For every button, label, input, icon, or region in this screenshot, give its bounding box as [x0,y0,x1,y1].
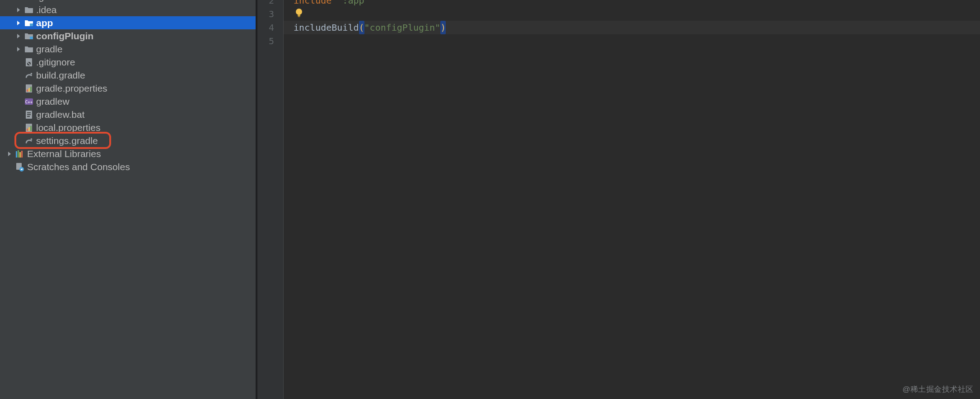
chevron-right-icon [15,125,22,131]
tree-item-label: .idea [36,5,57,14]
tree-item-label: configPlugin [36,31,93,41]
file-text-icon [24,110,33,119]
svg-rect-23 [19,152,21,158]
line-number: 4 [257,21,283,34]
tree-item-label: gradlew [36,97,70,106]
tree-item-label: .gradle [36,0,65,1]
code-token: includeBuild [294,22,359,33]
svg-rect-9 [30,87,32,92]
svg-rect-22 [18,150,19,158]
tree-item-configplugin[interactable]: configPlugin [0,29,256,42]
code-token: ':app' [337,0,369,6]
svg-rect-19 [30,126,32,131]
svg-rect-0 [30,23,33,26]
svg-text:C++: C++ [25,100,33,104]
svg-rect-15 [27,116,30,117]
tree-item-gradlew[interactable]: C++gradlew [0,95,256,108]
libs-icon [15,149,24,158]
svg-rect-24 [21,151,23,158]
tree-item-settings-gradle[interactable]: settings.gradle [0,134,256,147]
tree-item-label: .gitignore [36,57,75,67]
tree-item-gradle-properties[interactable]: gradle.properties [0,82,256,95]
tree-item-label: gradlew.bat [36,110,84,119]
chevron-right-icon [15,98,22,105]
tree-item-gradle[interactable]: gradle [0,42,256,56]
file-gradle-icon [24,136,33,145]
folder-module-icon [24,32,33,41]
svg-rect-18 [28,127,30,131]
chevron-right-icon[interactable] [6,151,13,157]
tree-item-label: Scratches and Consoles [27,162,130,172]
tree-item-external-libraries[interactable]: External Libraries [0,147,256,160]
tree-item-label: settings.gradle [36,136,98,145]
tree-item-label: build.gradle [36,70,85,80]
file-props-icon [24,84,33,93]
svg-point-20 [31,138,33,140]
line-number: 5 [257,34,283,48]
chevron-right-icon[interactable] [15,33,22,39]
code-area[interactable]: include ':app'includeBuild("configPlugin… [284,0,980,399]
chevron-right-icon [15,138,22,144]
tree-item-label: External Libraries [27,149,101,158]
svg-point-5 [31,73,33,74]
chevron-right-icon [15,85,22,92]
svg-rect-13 [27,112,31,113]
tree-item-gradlew-bat[interactable]: gradlew.bat [0,108,256,121]
code-token: include [294,0,337,6]
svg-rect-30 [298,15,300,16]
file-props-icon [24,123,33,132]
tree-item-label: app [36,18,53,28]
folder-grey-icon [24,5,33,14]
tree-item--idea[interactable]: .idea [0,3,256,16]
chevron-right-icon[interactable] [15,7,22,13]
code-line[interactable] [284,34,980,48]
tree-item-label: gradle [36,44,62,54]
tree-item-app[interactable]: app [0,16,256,29]
tree-item-local-properties[interactable]: local.properties [0,121,256,134]
svg-rect-14 [27,114,31,115]
code-editor[interactable]: 2345 include ':app'includeBuild("configP… [257,0,980,399]
code-token: ( [359,21,364,34]
file-gradle-icon [24,71,33,80]
tree-item-label: local.properties [36,123,100,132]
line-number: 3 [257,7,283,21]
code-token: ) [440,21,446,34]
tree-item-build-gradle[interactable]: build.gradle [0,69,256,82]
tree-item--gradle[interactable]: .gradle [0,0,256,3]
chevron-right-icon[interactable] [15,20,22,26]
chevron-right-icon [6,164,13,170]
tree-item-scratches-and-consoles[interactable]: Scratches and Consoles [0,160,256,173]
folder-grey-icon [24,45,33,54]
svg-rect-21 [16,151,17,158]
svg-rect-8 [28,88,30,92]
code-line[interactable] [284,7,980,21]
project-tree[interactable]: .gradle.ideaappconfigPlugingradle.gitign… [0,0,256,399]
chevron-right-icon [15,72,22,79]
svg-rect-31 [298,16,300,17]
watermark-label: @稀土掘金技术社区 [902,384,974,394]
chevron-right-icon [15,59,22,65]
svg-rect-17 [27,129,28,131]
line-number-gutter: 2345 [257,0,284,399]
chevron-right-icon [15,111,22,118]
svg-point-29 [296,9,302,15]
code-token: "configPlugin" [364,22,441,33]
tree-item-label: gradle.properties [36,84,107,93]
svg-rect-1 [30,37,33,39]
file-sh-icon: C++ [24,97,33,106]
folder-orange-icon [24,0,33,1]
code-line[interactable]: include ':app' [284,0,980,7]
svg-rect-7 [27,89,28,92]
chevron-right-icon[interactable] [15,46,22,52]
file-gitignore-icon [24,58,33,67]
tree-item--gitignore[interactable]: .gitignore [0,56,256,69]
scratch-icon [15,162,24,172]
light-bulb-icon[interactable] [294,7,304,20]
folder-module-icon [24,19,33,28]
line-number: 2 [257,0,283,7]
code-line[interactable]: includeBuild("configPlugin") [284,21,980,34]
